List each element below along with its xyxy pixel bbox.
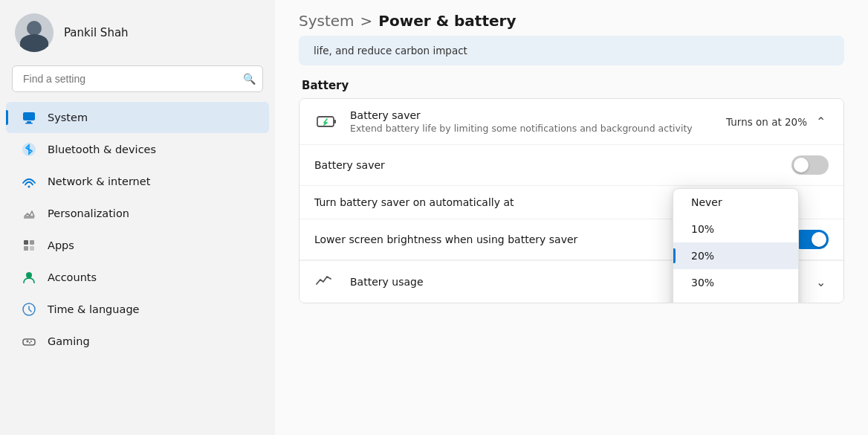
sidebar-item-network-label: Network & internet <box>48 175 150 187</box>
battery-saver-toggle-title: Battery saver <box>314 159 791 171</box>
svg-rect-2 <box>25 123 33 124</box>
battery-saver-icon <box>314 110 338 134</box>
sidebar-item-system-label: System <box>48 112 88 123</box>
breadcrumb-parent: System <box>299 12 354 30</box>
search-box: 🔍 <box>12 65 263 92</box>
battery-saver-status: Turns on at 20% <box>726 116 807 128</box>
sidebar-item-bluetooth[interactable]: Bluetooth & devices <box>6 134 269 165</box>
bluetooth-icon <box>21 141 37 158</box>
svg-point-12 <box>30 341 32 342</box>
dropdown-option-30[interactable]: 30% <box>673 269 798 296</box>
page-header: System > Power & battery <box>275 0 868 36</box>
breadcrumb: System > Power & battery <box>299 12 844 30</box>
dropdown-option-never[interactable]: Never <box>673 189 798 216</box>
breadcrumb-separator: > <box>360 12 373 30</box>
sidebar-item-network[interactable]: Network & internet <box>6 166 269 197</box>
svg-rect-15 <box>334 120 336 123</box>
nav-list: System Bluetooth & devices Network & int… <box>0 101 275 435</box>
sidebar-item-system[interactable]: System <box>6 102 269 133</box>
svg-rect-5 <box>24 240 28 245</box>
sidebar-item-time[interactable]: Time & language <box>6 294 269 325</box>
battery-usage-chevron-down[interactable]: ⌄ <box>813 272 829 292</box>
personalization-icon <box>21 205 37 222</box>
avatar <box>15 13 54 52</box>
svg-point-4 <box>28 186 30 188</box>
battery-settings-card: Battery saver Extend battery life by lim… <box>299 98 844 303</box>
svg-rect-8 <box>30 246 34 251</box>
sidebar-item-apps[interactable]: Apps <box>6 230 269 261</box>
percentage-dropdown: Never 10% 20% 30% 40% 50% Always <box>673 188 799 303</box>
sidebar-item-apps-label: Apps <box>48 239 74 251</box>
sidebar-item-personalization[interactable]: Personalization <box>6 198 269 229</box>
battery-saver-action: Turns on at 20% ⌃ <box>726 112 829 132</box>
svg-rect-7 <box>24 246 28 251</box>
sidebar: Pankil Shah 🔍 System Bluetooth <box>0 0 275 435</box>
user-profile: Pankil Shah <box>0 0 275 62</box>
sidebar-item-bluetooth-label: Bluetooth & devices <box>48 144 156 155</box>
main-content: System > Power & battery life, and reduc… <box>275 0 868 435</box>
dropdown-option-40[interactable]: 40% <box>673 296 798 303</box>
apps-icon <box>21 237 37 254</box>
svg-rect-11 <box>23 339 35 345</box>
user-name: Pankil Shah <box>64 26 129 39</box>
sidebar-item-gaming-label: Gaming <box>48 335 90 347</box>
gaming-icon <box>21 333 37 349</box>
svg-rect-0 <box>23 112 35 120</box>
sidebar-item-gaming[interactable]: Gaming <box>6 326 269 357</box>
dropdown-option-20[interactable]: 20% <box>673 242 798 269</box>
battery-saver-toggle-control[interactable] <box>791 155 829 175</box>
top-banner: life, and reduce carbon impact <box>299 36 844 65</box>
battery-saver-subtitle: Extend battery life by limiting some not… <box>350 123 726 134</box>
time-icon <box>21 301 37 318</box>
battery-saver-title: Battery saver <box>350 109 726 121</box>
system-icon <box>21 109 37 126</box>
network-icon <box>21 173 37 190</box>
svg-rect-1 <box>27 121 31 123</box>
battery-saver-text: Battery saver Extend battery life by lim… <box>350 109 726 134</box>
sidebar-item-accounts-label: Accounts <box>48 271 97 283</box>
content-area: life, and reduce carbon impact Battery B… <box>275 36 868 327</box>
svg-point-9 <box>26 272 32 278</box>
accounts-icon <box>21 269 37 286</box>
battery-saver-chevron-up[interactable]: ⌃ <box>813 112 829 132</box>
sidebar-item-personalization-label: Personalization <box>48 207 129 219</box>
sidebar-item-time-label: Time & language <box>48 303 140 315</box>
battery-saver-row: Battery saver Extend battery life by lim… <box>299 99 843 145</box>
battery-usage-icon <box>314 271 338 292</box>
svg-rect-6 <box>30 240 34 245</box>
search-icon: 🔍 <box>243 73 256 85</box>
battery-saver-toggle-row: Battery saver <box>299 145 843 186</box>
svg-point-13 <box>29 342 30 344</box>
banner-text: life, and reduce carbon impact <box>314 45 467 57</box>
battery-section-title: Battery <box>299 79 844 92</box>
sidebar-item-accounts[interactable]: Accounts <box>6 262 269 293</box>
search-input[interactable] <box>12 65 263 92</box>
dropdown-option-10[interactable]: 10% <box>673 216 798 242</box>
page-title: Power & battery <box>378 12 516 30</box>
